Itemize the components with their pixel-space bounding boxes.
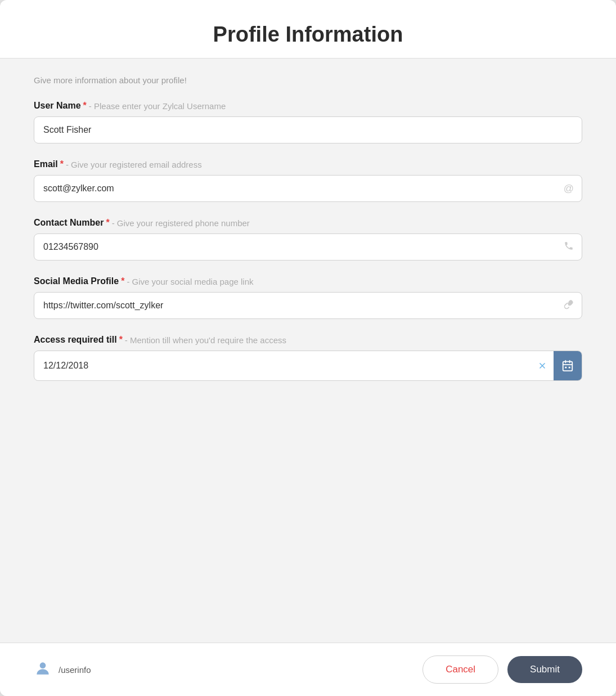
social-input[interactable]: [34, 293, 556, 318]
modal-footer: /userinfo Cancel Submit: [0, 643, 616, 696]
modal-header: Profile Information: [0, 0, 616, 58]
contact-input[interactable]: [34, 234, 556, 260]
access-group: Access required till * - Mention till wh…: [34, 335, 582, 381]
social-label: Social Media Profile: [34, 276, 119, 286]
access-date-input[interactable]: [34, 353, 531, 379]
contact-label: Contact Number: [34, 218, 104, 228]
social-required: *: [121, 276, 124, 286]
email-input-wrapper: @: [34, 175, 582, 202]
email-group: Email * - Give your registered email add…: [34, 159, 582, 202]
svg-rect-7: [569, 367, 570, 369]
phone-icon: [556, 241, 582, 254]
access-required: *: [119, 335, 123, 345]
username-input-wrapper: [34, 116, 582, 143]
email-label-row: Email * - Give your registered email add…: [34, 159, 582, 169]
user-icon: [34, 659, 52, 680]
svg-rect-2: [563, 362, 573, 371]
footer-path: /userinfo: [59, 665, 91, 675]
submit-button[interactable]: Submit: [507, 656, 582, 683]
calendar-button[interactable]: [554, 351, 582, 380]
username-required: *: [83, 101, 87, 111]
modal-container: Profile Information Give more informatio…: [0, 0, 616, 696]
email-input[interactable]: [34, 176, 556, 201]
access-date-wrapper: [34, 351, 582, 381]
footer-buttons: Cancel Submit: [422, 655, 582, 684]
cancel-button[interactable]: Cancel: [422, 655, 498, 684]
social-label-row: Social Media Profile * - Give your socia…: [34, 276, 582, 286]
access-label: Access required till: [34, 335, 117, 345]
svg-rect-6: [565, 367, 566, 369]
email-label: Email: [34, 159, 58, 169]
link-icon: [556, 299, 582, 312]
contact-required: *: [106, 218, 109, 228]
modal-body: Give more information about your profile…: [0, 58, 616, 643]
email-desc: - Give your registered email address: [66, 160, 202, 169]
username-desc: - Please enter your Zylcal Username: [89, 101, 226, 111]
email-required: *: [60, 159, 64, 169]
contact-label-row: Contact Number * - Give your registered …: [34, 218, 582, 228]
form-subtitle: Give more information about your profile…: [34, 75, 582, 85]
date-clear-button[interactable]: [531, 361, 554, 370]
contact-desc: - Give your registered phone number: [112, 218, 250, 228]
username-label: User Name: [34, 101, 81, 111]
username-label-row: User Name * - Please enter your Zylcal U…: [34, 101, 582, 111]
social-input-wrapper: [34, 292, 582, 319]
access-label-row: Access required till * - Mention till wh…: [34, 335, 582, 345]
social-group: Social Media Profile * - Give your socia…: [34, 276, 582, 319]
social-desc: - Give your social media page link: [127, 277, 253, 286]
access-desc: - Mention till when you'd require the ac…: [125, 335, 286, 345]
contact-group: Contact Number * - Give your registered …: [34, 218, 582, 261]
at-icon: @: [556, 183, 582, 195]
contact-input-wrapper: [34, 234, 582, 261]
username-group: User Name * - Please enter your Zylcal U…: [34, 101, 582, 143]
username-input[interactable]: [34, 117, 582, 143]
svg-point-8: [40, 662, 46, 668]
footer-user-info: /userinfo: [34, 659, 422, 680]
page-title: Profile Information: [34, 23, 582, 47]
